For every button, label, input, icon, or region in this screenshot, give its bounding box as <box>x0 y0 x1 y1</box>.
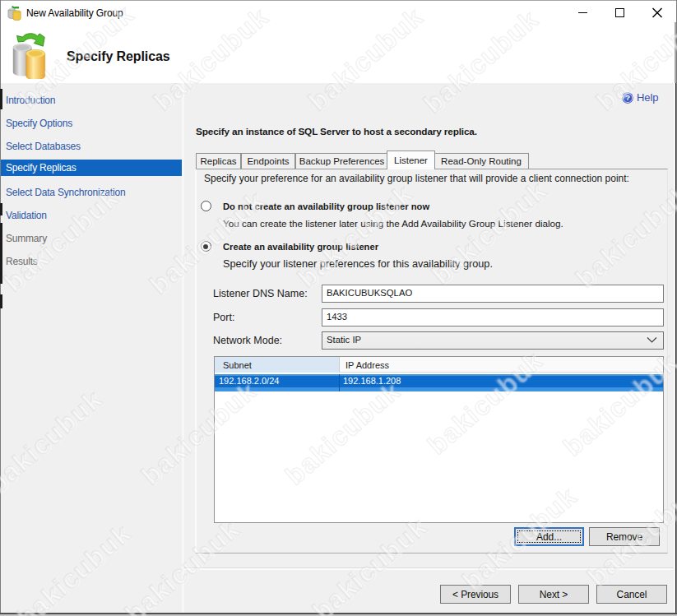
svg-text:?: ? <box>625 93 630 102</box>
